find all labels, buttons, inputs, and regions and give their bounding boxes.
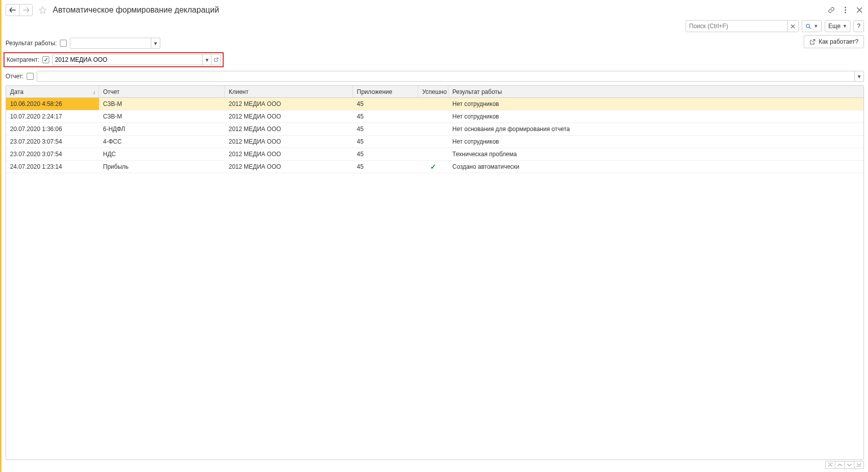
- filter-contragent-combo: ▼: [52, 54, 221, 65]
- cell-result: Нет сотрудников: [448, 110, 863, 123]
- menu-button[interactable]: [841, 6, 850, 15]
- forward-button[interactable]: [19, 5, 32, 16]
- favorite-button[interactable]: [37, 4, 49, 16]
- cell-app: 45: [353, 123, 418, 135]
- table-up-button[interactable]: [835, 461, 845, 469]
- col-report-label: Отчет: [103, 88, 120, 95]
- cell-client: 2012 МЕДИА ООО: [225, 148, 353, 160]
- table-row[interactable]: 24.07.2020 1:23:14Прибыль2012 МЕДИА ООО4…: [6, 161, 863, 173]
- close-icon: [856, 7, 862, 13]
- table-row[interactable]: 20.07.2020 1:36:066-НДФЛ2012 МЕДИА ООО45…: [6, 123, 863, 136]
- cell-client: 2012 МЕДИА ООО: [225, 110, 353, 123]
- filter-result-dropdown[interactable]: ▼: [151, 38, 160, 48]
- col-ok-label: Успешно: [422, 88, 447, 95]
- cell-ok: [418, 98, 448, 110]
- filter-contragent-open[interactable]: [211, 55, 220, 65]
- filter-contragent-dropdown[interactable]: ▼: [202, 55, 211, 65]
- caret-down-icon: ▼: [842, 24, 847, 29]
- svg-point-0: [845, 7, 846, 9]
- clear-search-button[interactable]: [787, 21, 798, 32]
- table-row[interactable]: 23.07.2020 3:07:544-ФСС2012 МЕДИА ООО45Н…: [6, 136, 863, 148]
- filter-report-dropdown[interactable]: ▼: [854, 71, 863, 81]
- col-app-header[interactable]: Приложение: [353, 86, 418, 97]
- filter-result-label: Результат работы:: [6, 40, 57, 47]
- kebab-icon: [844, 7, 846, 14]
- col-date-header[interactable]: Дата ↓: [6, 86, 99, 97]
- table-last-button[interactable]: [854, 461, 864, 469]
- search-box: [686, 20, 799, 32]
- cell-ok: ✓: [418, 161, 448, 173]
- filter-report-row: Отчет: ▼: [6, 70, 864, 82]
- cell-date: 23.07.2020 3:07:54: [6, 148, 99, 160]
- filter-contragent-input[interactable]: [53, 55, 202, 65]
- search-input[interactable]: [686, 21, 787, 32]
- close-button[interactable]: [855, 6, 864, 15]
- table-row[interactable]: 23.07.2020 3:07:54НДС2012 МЕДИА ООО45Тех…: [6, 148, 863, 161]
- how-it-works-button[interactable]: Как работает?: [804, 35, 864, 48]
- table-down-button[interactable]: [844, 461, 854, 469]
- cell-client: 2012 МЕДИА ООО: [225, 161, 353, 173]
- cell-date: 24.07.2020 1:23:14: [6, 161, 99, 173]
- cell-client: 2012 МЕДИА ООО: [225, 123, 353, 135]
- link-button[interactable]: [827, 6, 836, 15]
- search-mode-button[interactable]: ▼: [802, 20, 822, 32]
- cell-report: СЗВ-М: [99, 98, 225, 110]
- cell-report: Прибыль: [99, 161, 225, 173]
- filter-report-checkbox[interactable]: [27, 73, 34, 80]
- double-down-bar-icon: [856, 463, 861, 467]
- cell-app: 45: [353, 148, 418, 160]
- col-client-label: Клиент: [229, 88, 249, 95]
- how-label: Как работает?: [819, 38, 858, 45]
- caret-down-icon: ▼: [814, 24, 818, 29]
- cell-result: Создано автоматически: [448, 161, 863, 173]
- filter-result-input[interactable]: [70, 38, 151, 48]
- cell-date: 10.07.2020 2:24:17: [6, 110, 99, 123]
- svg-point-1: [845, 10, 846, 11]
- contragent-highlight: Контрагент: ▼: [4, 52, 224, 67]
- cell-date: 23.07.2020 3:07:54: [6, 136, 99, 148]
- x-icon: [791, 24, 795, 29]
- cell-report: 6-НДФЛ: [99, 123, 225, 135]
- table-header: Дата ↓ Отчет Клиент Приложение Успешно Р…: [6, 86, 863, 98]
- table-row[interactable]: 10.06.2020 4:58:26СЗВ-М2012 МЕДИА ООО45Н…: [6, 98, 863, 110]
- arrow-left-icon: [10, 8, 16, 13]
- results-table: Дата ↓ Отчет Клиент Приложение Успешно Р…: [6, 85, 864, 460]
- filter-report-label: Отчет:: [6, 73, 24, 80]
- cell-client: 2012 МЕДИА ООО: [225, 136, 353, 148]
- cell-client: 2012 МЕДИА ООО: [225, 98, 353, 110]
- arrow-right-icon: [23, 8, 29, 13]
- table-nav-buttons: [6, 461, 864, 469]
- down-icon: [847, 463, 852, 466]
- filter-contragent-checkbox[interactable]: [42, 56, 49, 63]
- up-icon: [837, 463, 842, 466]
- cell-report: НДС: [99, 148, 225, 160]
- help-label: ?: [857, 23, 860, 30]
- cell-ok: [418, 110, 448, 123]
- check-icon: ✓: [430, 163, 436, 171]
- filter-report-input[interactable]: [37, 71, 854, 81]
- back-button[interactable]: [6, 5, 19, 16]
- cell-app: 45: [353, 161, 418, 173]
- nav-group: [6, 4, 33, 16]
- help-button[interactable]: ?: [853, 20, 864, 32]
- open-icon: [214, 57, 219, 62]
- col-client-header[interactable]: Клиент: [225, 86, 353, 97]
- title-bar: Автоматическое формирование деклараций: [6, 3, 864, 17]
- col-report-header[interactable]: Отчет: [99, 86, 225, 97]
- table-row[interactable]: 10.07.2020 2:24:17СЗВ-М2012 МЕДИА ООО45Н…: [6, 110, 863, 123]
- cell-report: 4-ФСС: [99, 136, 225, 148]
- table-body: 10.06.2020 4:58:26СЗВ-М2012 МЕДИА ООО45Н…: [6, 98, 863, 459]
- svg-point-2: [845, 12, 846, 14]
- more-label: Еще: [828, 23, 840, 30]
- col-ok-header[interactable]: Успешно: [418, 86, 448, 97]
- filter-result-checkbox[interactable]: [60, 40, 67, 47]
- col-result-header[interactable]: Результат работы: [448, 86, 863, 97]
- table-first-button[interactable]: [825, 461, 835, 469]
- link-icon: [828, 7, 835, 14]
- filter-report-combo: ▼: [37, 71, 864, 82]
- external-icon: [809, 39, 816, 45]
- filter-contragent-row: Контрагент: ▼: [6, 52, 864, 67]
- cell-ok: [418, 136, 448, 148]
- cell-ok: [418, 123, 448, 135]
- more-button[interactable]: Еще ▼: [825, 20, 850, 32]
